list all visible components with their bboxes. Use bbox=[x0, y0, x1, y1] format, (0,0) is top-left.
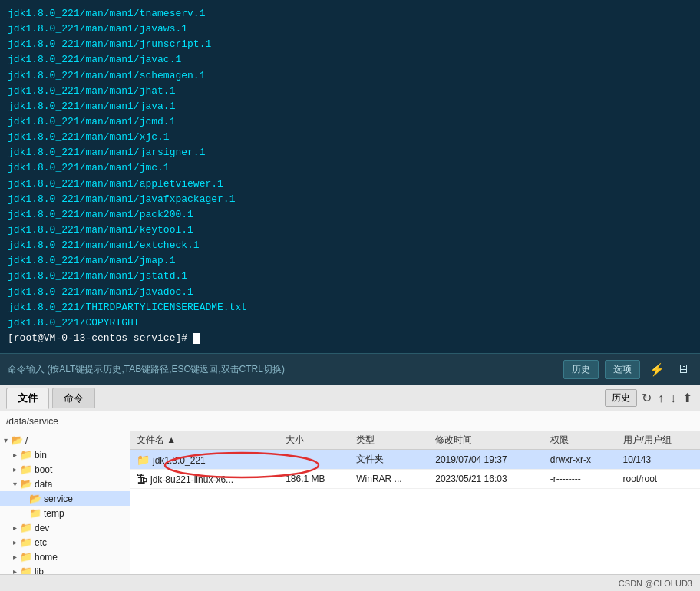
fm-toolbar: 文件 命令 历史 ↻ ↑ ↓ ⬆ bbox=[0, 385, 700, 411]
file-cell-1: WinRAR ... bbox=[350, 470, 429, 489]
tab-commands[interactable]: 命令 bbox=[52, 388, 95, 408]
tree-item-service[interactable]: 📂service bbox=[0, 491, 130, 506]
lightning-icon[interactable]: ⚡ bbox=[646, 361, 668, 378]
file-cell-1: 文件夹 bbox=[350, 450, 429, 470]
folder-icon: 📁 bbox=[20, 464, 32, 475]
folder-icon: 📁 bbox=[20, 449, 32, 461]
tree-item-lib[interactable]: ▸📁lib bbox=[0, 564, 130, 574]
col-header-1[interactable]: 大小 bbox=[279, 431, 350, 450]
terminal-line: jdk1.8.0_221/man/man1/keytool.1 bbox=[8, 223, 692, 238]
tree-item-etc[interactable]: ▸📁etc bbox=[0, 535, 130, 550]
file-cell-2: 2019/07/04 19:37 bbox=[429, 450, 544, 470]
file-cell-0: 186.1 MB bbox=[279, 470, 350, 489]
terminal-line: jdk1.8.0_221/man/man1/extcheck.1 bbox=[8, 238, 692, 253]
file-cell-4: root/root bbox=[617, 470, 701, 489]
terminal-line: jdk1.8.0_221/man/man1/javac.1 bbox=[8, 52, 692, 68]
terminal-line: jdk1.8.0_221/man/man1/javaws.1 bbox=[8, 21, 692, 37]
tree-item-dev[interactable]: ▸📁dev bbox=[0, 520, 130, 535]
fm-files[interactable]: 文件名 ▲大小类型修改时间权限用户/用户组 📁jdk1.8.0_221文件夹20… bbox=[130, 431, 700, 574]
folder-icon: 📁 bbox=[29, 507, 41, 519]
folder-icon: 📂 bbox=[20, 478, 32, 490]
file-name-cell: 🗜jdk-8u221-linux-x6... bbox=[130, 470, 279, 489]
file-cell-4: 10/143 bbox=[617, 450, 701, 470]
fm-tree[interactable]: ▾📂/▸📁bin▸📁boot▾📂data📂service📁temp▸📁dev▸📁… bbox=[0, 431, 130, 574]
options-button[interactable]: 选项 bbox=[605, 360, 640, 379]
tree-item-label: dev bbox=[35, 523, 49, 533]
terminal-line: jdk1.8.0_221/man/man1/appletviewer.1 bbox=[8, 177, 692, 192]
tree-item-temp[interactable]: 📁temp bbox=[0, 506, 130, 520]
tree-item-label: home bbox=[35, 552, 58, 563]
fm-table-header: 文件名 ▲大小类型修改时间权限用户/用户组 bbox=[130, 431, 700, 450]
tree-item-label: boot bbox=[35, 464, 52, 475]
terminal-line: jdk1.8.0_221/man/man1/jrunscript.1 bbox=[8, 37, 692, 52]
folder-icon: 📁 bbox=[20, 551, 32, 563]
upload-icon[interactable]: ⬆ bbox=[681, 389, 694, 407]
file-cell-0 bbox=[279, 450, 350, 470]
file-cell-3: drwxr-xr-x bbox=[544, 450, 617, 470]
tree-item-label: bin bbox=[35, 450, 47, 461]
file-cell-3: -r-------- bbox=[544, 470, 617, 489]
tree-item-label: lib bbox=[35, 566, 44, 575]
tree-item-label: data bbox=[35, 479, 52, 490]
cmd-hint: 命令输入 (按ALT键提示历史,TAB键路径,ESC键返回,双击CTRL切换) bbox=[8, 363, 557, 376]
terminal-line: jdk1.8.0_221/man/man1/xjc.1 bbox=[8, 130, 692, 145]
tree-item-label: etc bbox=[35, 537, 47, 548]
tree-item-label: service bbox=[44, 494, 73, 504]
terminal-line: jdk1.8.0_221/man/man1/jarsigner.1 bbox=[8, 145, 692, 160]
tree-item-home[interactable]: ▸📁home bbox=[0, 550, 130, 564]
terminal-line: jdk1.8.0_221/man/man1/jhat.1 bbox=[8, 84, 692, 99]
folder-icon: 📁 bbox=[20, 522, 32, 533]
fm-status-bar: CSDN @CLOLUD3 bbox=[0, 574, 700, 591]
tree-item-label: temp bbox=[44, 508, 64, 519]
history-fm-button[interactable]: 历史 bbox=[605, 389, 637, 407]
download-icon[interactable]: ↓ bbox=[669, 390, 678, 407]
monitor-icon[interactable]: 🖥 bbox=[674, 361, 692, 378]
col-header-0[interactable]: 文件名 ▲ bbox=[130, 431, 279, 450]
terminal-line: jdk1.8.0_221/man/man1/jmc.1 bbox=[8, 160, 692, 176]
history-button[interactable]: 历史 bbox=[563, 360, 599, 379]
folder-icon: 📁 bbox=[20, 537, 32, 548]
up-icon[interactable]: ↑ bbox=[656, 390, 665, 407]
open-folder-icon: 📂 bbox=[29, 493, 41, 504]
tree-item-label: / bbox=[25, 435, 28, 446]
terminal-line: jdk1.8.0_221/THIRDPARTYLICENSEREADME.txt bbox=[8, 300, 692, 315]
refresh-icon[interactable]: ↻ bbox=[640, 389, 653, 407]
col-header-4[interactable]: 权限 bbox=[544, 431, 617, 450]
terminal: jdk1.8.0_221/man/man1/tnameserv.1jdk1.8.… bbox=[0, 0, 700, 353]
terminal-line: jdk1.8.0_221/man/man1/tnameserv.1 bbox=[8, 6, 692, 21]
status-text: CSDN @CLOLUD3 bbox=[619, 579, 692, 588]
tree-item-boot[interactable]: ▸📁boot bbox=[0, 462, 130, 477]
tree-item-data[interactable]: ▾📂data bbox=[0, 477, 130, 491]
terminal-line: jdk1.8.0_221/COPYRIGHT bbox=[8, 315, 692, 331]
tree-item-root[interactable]: ▾📂/ bbox=[0, 433, 130, 447]
fm-content: ▾📂/▸📁bin▸📁boot▾📂data📂service📁temp▸📁dev▸📁… bbox=[0, 431, 700, 574]
current-path: /data/service bbox=[6, 416, 58, 427]
terminal-line: jdk1.8.0_221/man/man1/javafxpackager.1 bbox=[8, 192, 692, 207]
folder-icon: 📁 bbox=[20, 566, 32, 574]
terminal-line: jdk1.8.0_221/man/man1/schemagen.1 bbox=[8, 68, 692, 84]
file-cell-2: 2023/05/21 16:03 bbox=[429, 470, 544, 489]
folder-icon: 📂 bbox=[11, 434, 23, 446]
terminal-line: jdk1.8.0_221/man/man1/javadoc.1 bbox=[8, 285, 692, 300]
col-header-5[interactable]: 用户/用户组 bbox=[617, 431, 701, 450]
command-bar: 命令输入 (按ALT键提示历史,TAB键路径,ESC键返回,双击CTRL切换) … bbox=[0, 353, 700, 385]
terminal-line: jdk1.8.0_221/man/man1/jcmd.1 bbox=[8, 114, 692, 130]
tab-files[interactable]: 文件 bbox=[6, 388, 49, 409]
tree-item-bin[interactable]: ▸📁bin bbox=[0, 447, 130, 462]
terminal-line: jdk1.8.0_221/man/man1/jstatd.1 bbox=[8, 269, 692, 284]
fm-table-body[interactable]: 📁jdk1.8.0_221文件夹2019/07/04 19:37drwxr-xr… bbox=[130, 450, 700, 489]
col-header-3[interactable]: 修改时间 bbox=[429, 431, 544, 450]
terminal-line: jdk1.8.0_221/man/man1/pack200.1 bbox=[8, 207, 692, 223]
file-name-cell: 📁jdk1.8.0_221 bbox=[130, 450, 279, 470]
col-header-2[interactable]: 类型 bbox=[350, 431, 429, 450]
fm-path-bar: /data/service bbox=[0, 411, 700, 431]
terminal-line: jdk1.8.0_221/man/man1/jmap.1 bbox=[8, 253, 692, 269]
table-row[interactable]: 🗜jdk-8u221-linux-x6...186.1 MBWinRAR ...… bbox=[130, 470, 700, 489]
terminal-prompt: [root@VM-0-13-centos service]# bbox=[8, 331, 692, 346]
table-row[interactable]: 📁jdk1.8.0_221文件夹2019/07/04 19:37drwxr-xr… bbox=[130, 450, 700, 470]
file-manager: 文件 命令 历史 ↻ ↑ ↓ ⬆ /data/service ▾📂/▸📁bin▸… bbox=[0, 385, 700, 591]
terminal-line: jdk1.8.0_221/man/man1/java.1 bbox=[8, 99, 692, 114]
